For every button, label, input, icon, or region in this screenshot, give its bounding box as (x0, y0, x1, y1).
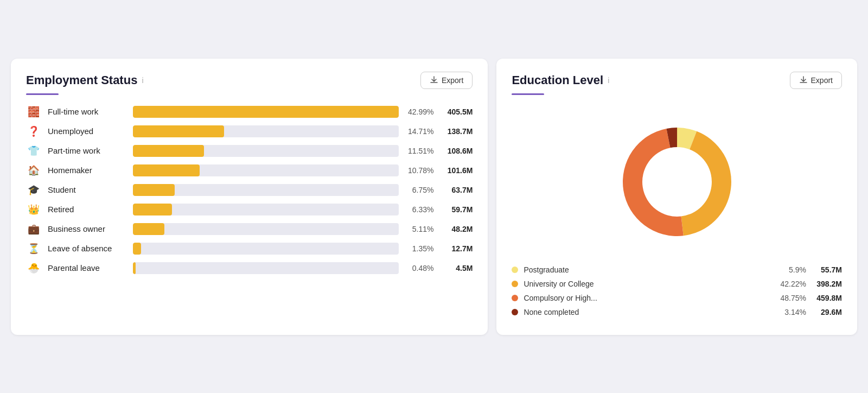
education-title-group: Education Level i (512, 73, 609, 87)
employment-label-6: Business owner (48, 224, 126, 233)
legend-label-1: University or College (524, 280, 773, 288)
employment-icon-4: 🎓 (26, 184, 41, 196)
employment-val-6: 48.2M (440, 225, 473, 233)
employment-row: 👑 Retired 6.33% 59.7M (26, 204, 473, 215)
employment-pct-8: 0.48% (405, 264, 433, 272)
employment-val-8: 4.5M (440, 264, 473, 272)
legend-dot-1 (512, 281, 518, 287)
employment-export-button[interactable]: Export (420, 72, 473, 89)
employment-label-7: Leave of absence (48, 244, 126, 253)
employment-pct-2: 11.51% (405, 147, 433, 155)
employment-pct-7: 1.35% (405, 244, 433, 253)
legend-label-3: None completed (524, 308, 773, 316)
education-header: Education Level i Export (512, 72, 842, 89)
employment-status-card: Employment Status i Export 🧱 Full-time w… (11, 59, 488, 335)
employment-icon-3: 🏠 (26, 164, 41, 176)
employment-label-1: Unemployed (48, 126, 126, 136)
legend-table: Postgraduate 5.9% 55.7M University or Co… (512, 265, 842, 322)
donut-svg (607, 111, 748, 252)
employment-row: 🎓 Student 6.75% 63.7M (26, 184, 473, 196)
employment-row: 🏠 Homemaker 10.78% 101.6M (26, 164, 473, 176)
legend-val-1: 398.2M (812, 280, 842, 288)
employment-icon-5: 👑 (26, 204, 41, 215)
legend-label-0: Postgraduate (524, 265, 773, 274)
employment-rows: 🧱 Full-time work 42.99% 405.5M ❓ Unemplo… (26, 106, 473, 274)
employment-bar-5 (133, 204, 399, 215)
education-info-icon[interactable]: i (608, 76, 609, 85)
employment-val-1: 138.7M (440, 127, 473, 136)
employment-bar-3 (133, 164, 399, 176)
employment-bar-7 (133, 243, 399, 255)
education-export-button[interactable]: Export (790, 72, 842, 89)
legend-pct-0: 5.9% (778, 265, 806, 274)
employment-bar-fill-0 (133, 106, 399, 118)
employment-val-0: 405.5M (440, 107, 473, 116)
employment-row: ⏳ Leave of absence 1.35% 12.7M (26, 243, 473, 255)
employment-title: Employment Status (26, 73, 137, 87)
employment-bar-8 (133, 262, 399, 274)
employment-label-4: Student (48, 185, 126, 194)
employment-bar-fill-1 (133, 125, 224, 137)
employment-val-2: 108.6M (440, 147, 473, 155)
employment-label-3: Homemaker (48, 166, 126, 175)
employment-bar-1 (133, 125, 399, 137)
employment-label-8: Parental leave (48, 263, 126, 272)
employment-row: 🐣 Parental leave 0.48% 4.5M (26, 262, 473, 274)
employment-val-5: 59.7M (440, 205, 473, 214)
employment-val-7: 12.7M (440, 244, 473, 253)
legend-row: None completed 3.14% 29.6M (512, 308, 842, 316)
employment-val-3: 101.6M (440, 166, 473, 175)
employment-label-0: Full-time work (48, 107, 126, 116)
employment-bar-2 (133, 145, 399, 157)
employment-row: 🧱 Full-time work 42.99% 405.5M (26, 106, 473, 118)
employment-pct-1: 14.71% (405, 127, 433, 136)
donut-section: Postgraduate 5.9% 55.7M University or Co… (512, 106, 842, 322)
employment-bar-4 (133, 184, 399, 196)
employment-bar-fill-2 (133, 145, 204, 157)
employment-icon-1: ❓ (26, 125, 41, 137)
employment-bar-fill-6 (133, 223, 164, 235)
employment-pct-5: 6.33% (405, 205, 433, 214)
legend-pct-2: 48.75% (778, 294, 806, 302)
export-icon-edu (799, 76, 808, 85)
employment-row: 👕 Part-time work 11.51% 108.6M (26, 145, 473, 157)
employment-label-2: Part-time work (48, 146, 126, 155)
legend-pct-1: 42.22% (778, 280, 806, 288)
legend-row: University or College 42.22% 398.2M (512, 280, 842, 288)
export-icon (430, 76, 438, 85)
legend-val-0: 55.7M (812, 265, 842, 274)
employment-pct-0: 42.99% (405, 107, 433, 116)
employment-header: Employment Status i Export (26, 72, 473, 89)
legend-val-2: 459.8M (812, 294, 842, 302)
employment-icon-8: 🐣 (26, 262, 41, 274)
education-underline (512, 93, 544, 95)
employment-pct-6: 5.11% (405, 225, 433, 233)
employment-bar-fill-7 (133, 243, 141, 255)
education-level-card: Education Level i Export Postgraduate 5.… (496, 59, 857, 335)
legend-dot-3 (512, 309, 518, 315)
legend-dot-2 (512, 295, 518, 301)
employment-val-4: 63.7M (440, 186, 473, 194)
legend-row: Postgraduate 5.9% 55.7M (512, 265, 842, 274)
employment-underline (26, 93, 59, 95)
employment-title-group: Employment Status i (26, 73, 144, 87)
dashboard: Employment Status i Export 🧱 Full-time w… (11, 59, 857, 335)
legend-row: Compulsory or High... 48.75% 459.8M (512, 294, 842, 302)
employment-bar-0 (133, 106, 399, 118)
employment-pct-4: 6.75% (405, 186, 433, 194)
employment-icon-6: 💼 (26, 223, 41, 235)
employment-bar-6 (133, 223, 399, 235)
employment-bar-fill-8 (133, 262, 136, 274)
employment-pct-3: 10.78% (405, 166, 433, 175)
donut-chart (607, 111, 748, 252)
employment-row: ❓ Unemployed 14.71% 138.7M (26, 125, 473, 137)
legend-val-3: 29.6M (812, 308, 842, 316)
employment-icon-2: 👕 (26, 145, 41, 157)
legend-pct-3: 3.14% (778, 308, 806, 316)
legend-label-2: Compulsory or High... (524, 294, 773, 302)
employment-row: 💼 Business owner 5.11% 48.2M (26, 223, 473, 235)
employment-label-5: Retired (48, 205, 126, 214)
employment-bar-fill-5 (133, 204, 172, 215)
employment-info-icon[interactable]: i (142, 76, 143, 85)
employment-bar-fill-4 (133, 184, 175, 196)
